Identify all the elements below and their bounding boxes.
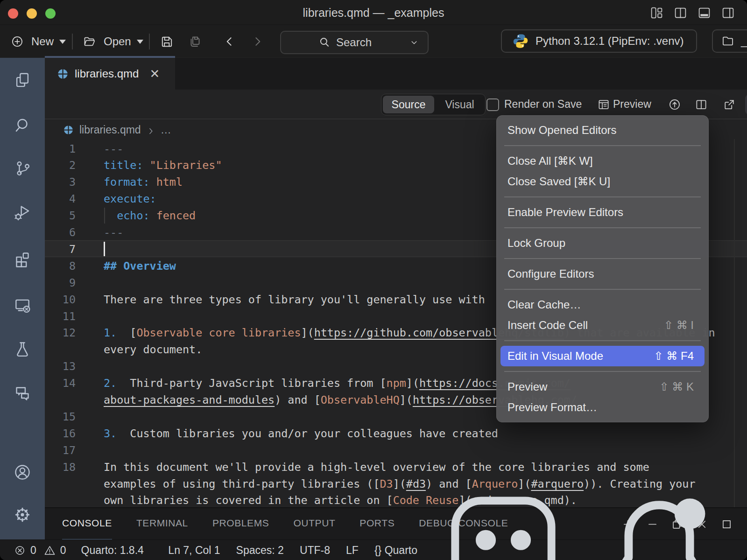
line-number: 6 [45,224,76,241]
menu-separator [504,366,701,377]
problems-status[interactable]: 0 0 [14,544,66,557]
source-control-icon[interactable] [14,160,31,177]
tab-libraries-qmd[interactable]: libraries.qmd ✕ [45,58,175,90]
line-number: 13 [45,358,76,375]
more-actions-button[interactable] [745,94,747,115]
folder-icon [720,35,735,48]
panel-tab-terminal[interactable]: TERMINAL [136,508,188,540]
status--quarto[interactable]: {} Quarto [374,544,417,557]
panel-tab-ports[interactable]: PORTS [359,508,395,540]
app-window: libraries.qmd — _examples New Open Searc… [0,0,747,560]
error-icon [14,545,26,556]
warning-icon [44,545,56,556]
feedback-smiley-icon[interactable] [433,479,573,560]
panel-tab-output[interactable]: OUTPUT [293,508,335,540]
interpreter-selector[interactable]: Python 3.12.1 (PipEnv: .venv) [501,29,697,53]
menu-item-clear-cache-[interactable]: Clear Cache… [500,294,705,315]
account-icon[interactable] [14,463,31,481]
line-number: 14 [45,375,76,392]
search-placeholder: Search [336,36,372,49]
menu-item-show-opened-editors[interactable]: Show Opened Editors [500,120,705,140]
menu-item-configure-editors[interactable]: Configure Editors [500,264,705,284]
menu-separator [504,253,701,264]
close-window-button[interactable] [8,8,18,19]
line-number: 9 [45,274,76,291]
customize-layout-icon[interactable] [650,6,663,20]
menu-separator [504,284,701,294]
menu-item-edit-in-visual-mode[interactable]: Edit in Visual Mode⇧ ⌘ F4 [500,346,705,366]
menu-item-preview-format-[interactable]: Preview Format… [500,397,705,418]
toolbar-separator [149,34,150,49]
line-number: 10 [45,291,76,308]
status-bar: 0 0 Quarto: 1.8.4 Ln 7, Col 1Spaces: 2UT… [0,539,747,560]
line-number: 12 [45,324,76,341]
render-on-save-checkbox[interactable] [486,98,499,111]
extensions-icon[interactable] [14,250,31,268]
close-tab-icon[interactable]: ✕ [149,67,160,81]
status-lf[interactable]: LF [346,544,359,557]
menu-item-close-saved-k-u-[interactable]: Close Saved [⌘K U] [500,171,705,192]
new-button[interactable]: New [11,26,66,57]
zoom-window-button[interactable] [45,8,56,19]
minimize-window-button[interactable] [27,8,37,19]
source-visual-toggle: Source Visual [381,94,486,115]
status-ln-7-col-1[interactable]: Ln 7, Col 1 [168,544,220,557]
panel-tab-console[interactable]: CONSOLE [62,508,112,540]
remote-explorer-icon[interactable] [14,296,31,314]
run-debug-icon[interactable] [14,203,31,221]
quarto-version-status[interactable]: Quarto: 1.8.4 [81,544,144,557]
split-editor-icon[interactable] [674,6,687,20]
back-button[interactable] [223,26,236,57]
menu-item-preview[interactable]: Preview⇧ ⌘ K [500,377,705,397]
status-spaces-2[interactable]: Spaces: 2 [236,544,284,557]
titlebar: libraries.qmd — _examples [0,0,747,25]
comments-icon[interactable] [14,384,31,402]
search-icon[interactable] [14,117,31,134]
indent-guide [104,208,105,224]
line-number: 2 [45,157,76,174]
toolbar-separator [72,34,73,49]
save-button[interactable] [160,26,174,57]
line-number: 17 [45,442,76,459]
search-input[interactable]: Search [280,31,429,54]
activity-bar [0,58,45,539]
menu-separator [504,336,701,346]
source-mode-button[interactable]: Source [383,96,434,113]
tab-strip: libraries.qmd ✕ [45,58,747,90]
toggle-secondary-sidebar-icon[interactable] [721,6,735,20]
code-line: 18In this document we'll provide a high-… [45,459,747,476]
save-all-button[interactable] [188,26,203,57]
search-icon [318,36,331,49]
preview-icon [597,98,610,111]
chevron-right-icon [147,126,155,134]
menu-item-insert-code-cell[interactable]: Insert Code Cell⇧ ⌘ I [500,315,705,336]
forward-button[interactable] [251,26,264,57]
line-number: 7 [45,241,76,258]
status-utf-8[interactable]: UTF-8 [300,544,330,557]
visual-mode-button[interactable]: Visual [434,98,485,111]
render-icon[interactable] [668,98,681,111]
window-title: libraries.qmd — _examples [187,0,560,25]
text-cursor [104,242,105,256]
line-number: 5 [45,207,76,224]
line-number: 1 [45,140,76,157]
python-icon [512,33,529,49]
code-line: 163. Custom libraries you and/or your co… [45,425,747,442]
menu-item-enable-preview-editors[interactable]: Enable Preview Editors [500,202,705,223]
files-icon[interactable] [14,71,31,89]
main-toolbar: New Open Search Python 3.12.1 (PipEnv: .… [0,26,747,57]
menu-item-lock-group[interactable]: Lock Group [500,233,705,253]
panel-tab-problems[interactable]: PROBLEMS [212,508,269,540]
notifications-bell-icon[interactable] [589,479,729,560]
workspace-button[interactable]: _ex [712,29,747,53]
open-button[interactable]: Open [82,26,143,57]
settings-icon[interactable] [14,506,31,524]
split-editor-icon[interactable] [695,98,708,111]
open-in-new-window-icon[interactable] [723,98,736,111]
line-number: 4 [45,190,76,207]
toggle-panel-icon[interactable] [698,6,711,20]
line-number: 15 [45,408,76,425]
active-tab-accent [45,56,175,58]
testing-icon[interactable] [14,340,31,358]
menu-item-close-all-k-w-[interactable]: Close All [⌘K W] [500,151,705,171]
